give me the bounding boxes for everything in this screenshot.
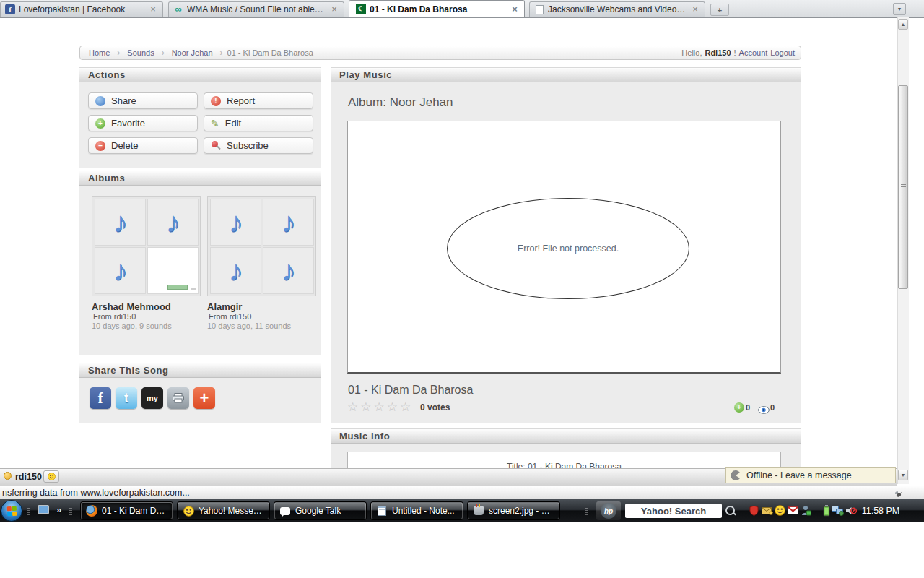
network-tray-icon[interactable] xyxy=(832,504,844,517)
album-card-arshad-mehmood[interactable]: ♪ ♪ ♪ xyxy=(92,196,201,296)
share-button[interactable]: Share xyxy=(88,92,198,109)
scrollbar-thumb[interactable] xyxy=(898,85,908,289)
albums-section-header: Albums xyxy=(79,171,321,186)
music-note-icon: ♪ xyxy=(113,206,128,238)
albums-title: Albums xyxy=(88,173,125,184)
album-from: From rdi150 xyxy=(209,312,251,321)
album-card-alamgir[interactable]: ♪ ♪ ♪ ♪ xyxy=(207,196,316,296)
delete-button[interactable]: – Delete xyxy=(88,137,198,154)
like-count: 0 xyxy=(746,403,750,412)
chat-username[interactable]: rdi150 xyxy=(15,472,42,482)
logout-link[interactable]: Logout xyxy=(770,48,795,57)
new-mail-tray-icon[interactable] xyxy=(761,504,773,517)
scrollbar-down-button[interactable]: ▼ xyxy=(898,470,908,480)
album-from: From rdi150 xyxy=(93,312,136,321)
offline-chat-widget[interactable]: Offline - Leave a message xyxy=(725,467,896,483)
taskbar-button-google-talk[interactable]: Google Talk xyxy=(274,502,366,519)
paint-icon xyxy=(473,505,484,517)
breadcrumb-sounds-link[interactable]: Sounds xyxy=(127,48,154,57)
play-music-title: Play Music xyxy=(339,69,392,80)
facebook-favicon-icon: f xyxy=(5,4,15,14)
breadcrumb-artist-link[interactable]: Noor Jehan xyxy=(172,48,213,57)
yahoo-search-input[interactable]: Yahoo! Search xyxy=(625,504,722,518)
myspace-share-icon[interactable]: my xyxy=(141,387,163,409)
album-name[interactable]: Arshad Mehmood xyxy=(92,301,171,312)
edit-pencil-icon: ✎ xyxy=(211,118,219,129)
share-song-section-header: Share This Song xyxy=(79,363,321,378)
facebook-share-icon[interactable]: f xyxy=(90,387,111,409)
greeting-text: Hello, xyxy=(681,48,702,57)
twitter-share-icon[interactable]: t xyxy=(116,387,137,409)
breadcrumb-home-link[interactable]: Home xyxy=(89,48,110,57)
music-note-icon: ♪ xyxy=(113,254,128,287)
tab-facebook[interactable]: f Loveforpakistan | Facebook × xyxy=(0,1,163,17)
report-button[interactable]: ! Report xyxy=(204,92,313,109)
taskbar-grip[interactable] xyxy=(69,504,72,518)
taskbar-button-yahoo-messenger[interactable]: Yahoo! Messen... xyxy=(178,502,269,519)
tab-title: Jacksonville Webcams and Video C... xyxy=(548,4,687,14)
yahoo-smiley-icon xyxy=(183,505,194,517)
tab-list-dropdown-button[interactable]: ▾ xyxy=(893,3,906,15)
tab-close-icon[interactable]: × xyxy=(690,4,700,14)
music-note-icon: ♪ xyxy=(229,254,243,287)
quick-launch-grip[interactable] xyxy=(27,504,30,518)
search-magnifier-icon[interactable] xyxy=(725,505,736,517)
taskbar-clock[interactable]: 11:58 PM xyxy=(858,499,904,522)
taskbar-button-paint[interactable]: screen2.jpg - Pa... xyxy=(468,502,559,519)
volume-muted-tray-icon[interactable] xyxy=(845,504,857,517)
hp-logo-icon: hp xyxy=(601,503,616,519)
album-name[interactable]: Alamgir xyxy=(207,301,242,312)
battery-tray-icon[interactable] xyxy=(820,504,832,517)
favorite-button[interactable]: + Favorite xyxy=(88,115,198,131)
music-info-title-row: Title: 01 - Ki Dam Da Bharosa xyxy=(507,462,622,468)
browser-tab-bar: f Loveforpakistan | Facebook × ∞ WMA Mus… xyxy=(0,0,924,18)
username-text: Rdi150 xyxy=(705,48,731,57)
windows-flag-icon xyxy=(6,506,17,516)
addthis-share-icon[interactable]: + xyxy=(193,387,215,409)
user-bar: Hello, Rdi150! Account Logout xyxy=(681,48,795,57)
tab-close-icon[interactable]: × xyxy=(510,4,520,14)
status-text: nsferring data from www.loveforpakistan.… xyxy=(2,488,190,498)
album-thumbnail: ♪ xyxy=(95,247,146,294)
tab-ki-dam-da-bharosa[interactable]: ☾ 01 - Ki Dam Da Bharosa × xyxy=(349,0,525,17)
start-button[interactable] xyxy=(1,500,22,522)
report-label: Report xyxy=(227,95,255,106)
edit-label: Edit xyxy=(225,118,241,129)
taskbar-button-firefox[interactable]: 01 - Ki Dam Da ... xyxy=(81,502,173,519)
breadcrumb-current: 01 - Ki Dam Da Bharosa xyxy=(227,48,313,57)
scrollbar-up-button[interactable]: ▲ xyxy=(898,19,908,30)
hp-quick-launch-button[interactable]: hp xyxy=(596,501,621,520)
show-desktop-icon[interactable] xyxy=(38,505,49,514)
album-thumbnail: ♪ xyxy=(95,199,146,246)
google-talk-presence-tray-icon[interactable] xyxy=(800,504,812,517)
yahoo-messenger-tray-icon[interactable] xyxy=(774,504,786,517)
taskbar-button-notepad[interactable]: Untitled - Note... xyxy=(371,502,463,519)
taskbar-grip[interactable] xyxy=(585,504,588,518)
taskbar-button-label: 01 - Ki Dam Da ... xyxy=(102,506,167,516)
account-link[interactable]: Account xyxy=(739,48,768,57)
new-tab-button[interactable]: + xyxy=(710,4,729,16)
tab-title: WMA Music / Sound File not able t... xyxy=(187,4,326,14)
emoticon-button[interactable] xyxy=(43,470,59,483)
tab-close-icon[interactable]: × xyxy=(329,4,339,14)
quick-launch-overflow-chevron[interactable]: » xyxy=(56,504,61,515)
delete-minus-icon: – xyxy=(95,141,105,151)
gmail-notifier-tray-icon[interactable] xyxy=(787,504,799,517)
album-meta: 10 days ago, 11 sounds xyxy=(207,322,291,330)
share-globe-icon xyxy=(95,96,105,106)
taskbar-button-label: Yahoo! Messen... xyxy=(199,506,264,516)
rating-stars[interactable]: ☆☆☆☆☆ xyxy=(347,400,413,415)
tab-title: 01 - Ki Dam Da Bharosa xyxy=(370,4,506,14)
tab-close-icon[interactable]: × xyxy=(148,4,158,14)
greeting-bang: ! xyxy=(734,48,736,57)
security-shield-tray-icon[interactable] xyxy=(748,504,760,517)
tab-jacksonville[interactable]: Jacksonville Webcams and Video C... × xyxy=(529,1,705,17)
tab-wma-music[interactable]: ∞ WMA Music / Sound File not able t... × xyxy=(168,1,344,17)
album-thumbnail: ♪ xyxy=(263,199,314,246)
breadcrumb-separator: › xyxy=(162,48,165,58)
like-plus-icon[interactable]: + xyxy=(734,402,744,413)
printer-glyph xyxy=(173,393,184,403)
subscribe-button[interactable]: Subscribe xyxy=(204,137,313,154)
edit-button[interactable]: ✎ Edit xyxy=(204,115,313,131)
print-icon[interactable] xyxy=(167,387,189,409)
